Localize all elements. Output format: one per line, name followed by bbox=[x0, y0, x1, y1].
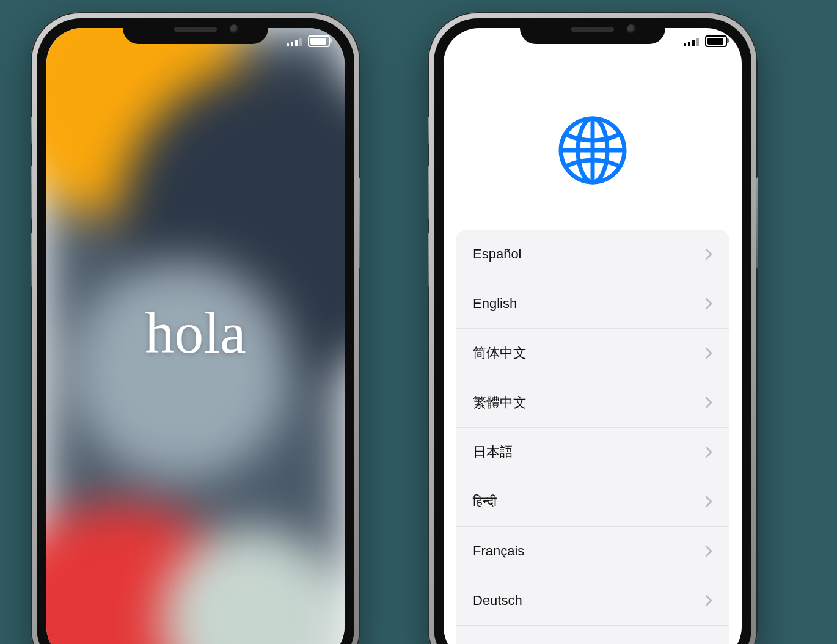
chevron-right-icon bbox=[705, 248, 712, 260]
power-button[interactable] bbox=[756, 177, 758, 269]
language-label: हिन्दी bbox=[473, 494, 497, 510]
status-bar bbox=[684, 35, 727, 47]
language-option[interactable]: Русский bbox=[456, 626, 729, 644]
language-label: 繁體中文 bbox=[473, 393, 527, 412]
language-option[interactable]: Français bbox=[456, 527, 729, 576]
language-option[interactable]: Deutsch bbox=[456, 576, 729, 626]
language-label: 日本語 bbox=[473, 443, 513, 461]
chevron-right-icon bbox=[705, 545, 712, 557]
globe-icon bbox=[444, 114, 742, 187]
front-camera bbox=[230, 24, 239, 34]
chevron-right-icon bbox=[705, 595, 712, 607]
front-camera bbox=[627, 24, 637, 34]
earpiece-speaker bbox=[571, 27, 614, 32]
mute-switch[interactable] bbox=[428, 116, 429, 144]
volume-down-button[interactable] bbox=[31, 232, 32, 287]
chevron-right-icon bbox=[705, 496, 712, 508]
cellular-signal-icon bbox=[287, 37, 302, 46]
chevron-right-icon bbox=[705, 397, 712, 409]
phone-left: hola bbox=[31, 12, 360, 644]
language-option[interactable]: English bbox=[456, 279, 729, 329]
language-option[interactable]: 日本語 bbox=[456, 428, 729, 477]
volume-down-button[interactable] bbox=[428, 232, 429, 287]
language-list: Español English 简体中文 繁體中文 bbox=[456, 230, 729, 644]
power-button[interactable] bbox=[359, 177, 360, 269]
battery-icon bbox=[705, 35, 727, 47]
notch bbox=[123, 18, 268, 44]
hello-screen[interactable]: hola bbox=[46, 28, 345, 644]
language-label: Deutsch bbox=[473, 593, 522, 609]
phone-right: Español English 简体中文 繁體中文 bbox=[428, 12, 758, 644]
language-label: Español bbox=[473, 246, 522, 262]
battery-icon bbox=[308, 35, 330, 47]
language-option[interactable]: 繁體中文 bbox=[456, 378, 729, 428]
language-label: Français bbox=[473, 543, 524, 559]
earpiece-speaker bbox=[174, 27, 217, 32]
language-option[interactable]: Español bbox=[456, 230, 729, 279]
volume-up-button[interactable] bbox=[31, 165, 32, 220]
notch bbox=[520, 18, 665, 44]
language-option[interactable]: 简体中文 bbox=[456, 329, 729, 378]
stage: hola bbox=[0, 0, 837, 644]
language-option[interactable]: हिन्दी bbox=[456, 477, 729, 527]
language-select-screen: Español English 简体中文 繁體中文 bbox=[444, 28, 742, 644]
cellular-signal-icon bbox=[684, 37, 699, 46]
language-label: 简体中文 bbox=[473, 344, 527, 362]
chevron-right-icon bbox=[705, 347, 712, 359]
hello-greeting: hola bbox=[145, 299, 246, 367]
mute-switch[interactable] bbox=[31, 116, 32, 144]
language-label: English bbox=[473, 296, 517, 312]
chevron-right-icon bbox=[705, 446, 712, 458]
status-bar bbox=[287, 35, 330, 47]
chevron-right-icon bbox=[705, 298, 712, 310]
volume-up-button[interactable] bbox=[428, 165, 429, 220]
